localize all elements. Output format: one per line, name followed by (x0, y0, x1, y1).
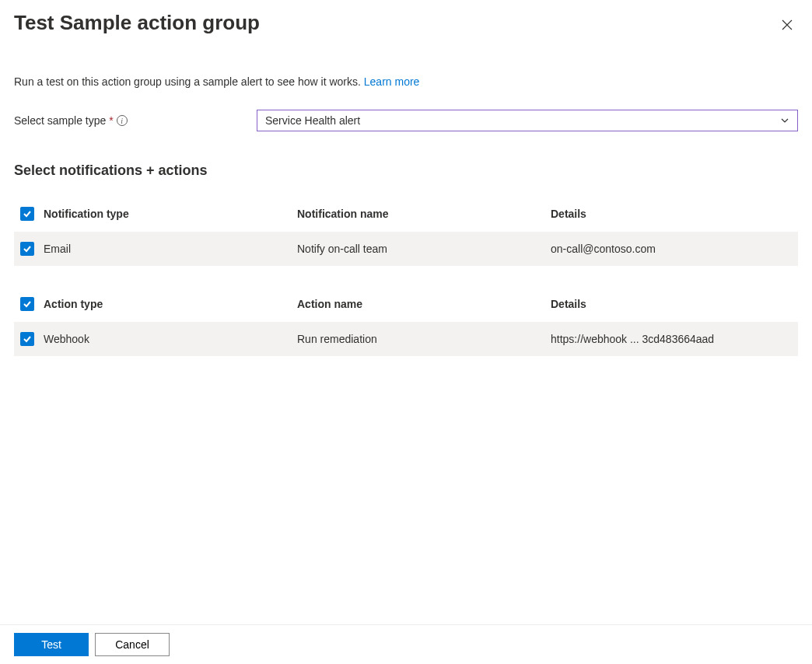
action-name-cell: Run remediation (297, 333, 551, 345)
action-details-cell: https://webhook ... 3cd483664aad (551, 333, 792, 345)
check-icon (23, 299, 32, 309)
learn-more-link[interactable]: Learn more (364, 75, 420, 88)
check-icon (23, 209, 32, 218)
actions-header-name: Action name (297, 298, 551, 310)
description: Run a test on this action group using a … (14, 75, 798, 88)
required-indicator: * (109, 114, 113, 127)
notifications-header-row: Notification type Notification name Deta… (14, 197, 798, 232)
actions-header-type: Action type (44, 298, 297, 310)
notifications-header-name: Notification name (297, 208, 551, 220)
notification-type-cell: Email (44, 243, 297, 255)
cancel-button[interactable]: Cancel (95, 633, 170, 656)
section-title: Select notifications + actions (14, 163, 798, 179)
notification-details-cell: on-call@contoso.com (551, 243, 792, 255)
sample-type-value: Service Health alert (265, 114, 360, 127)
notification-name-cell: Notify on-call team (297, 243, 551, 255)
test-action-group-panel: Test Sample action group Run a test on t… (0, 0, 812, 664)
sample-type-select[interactable]: Service Health alert (257, 110, 798, 131)
table-row: Webhook Run remediation https://webhook … (14, 322, 798, 356)
actions-table: Action type Action name Details Webhook … (14, 288, 798, 356)
notifications-header-type: Notification type (44, 208, 297, 220)
actions-header-details: Details (551, 298, 792, 310)
notifications-header-details: Details (551, 208, 792, 220)
sample-type-field: Select sample type * i Service Health al… (14, 110, 798, 131)
info-icon[interactable]: i (117, 115, 128, 126)
check-icon (23, 244, 32, 253)
panel-header: Test Sample action group (14, 9, 798, 57)
actions-select-all-checkbox[interactable] (20, 297, 34, 311)
sample-type-label: Select sample type * i (14, 114, 257, 127)
check-icon (23, 334, 32, 344)
footer: Test Cancel (0, 624, 812, 664)
notifications-select-all-checkbox[interactable] (20, 207, 34, 221)
table-row: Email Notify on-call team on-call@contos… (14, 232, 798, 266)
notifications-table: Notification type Notification name Deta… (14, 197, 798, 266)
action-type-cell: Webhook (44, 333, 297, 345)
notification-row-checkbox[interactable] (20, 242, 34, 256)
action-row-checkbox[interactable] (20, 332, 34, 346)
close-icon (782, 19, 793, 30)
actions-header-row: Action type Action name Details (14, 288, 798, 322)
close-button[interactable] (776, 14, 798, 36)
chevron-down-icon (780, 116, 789, 125)
page-title: Test Sample action group (14, 11, 260, 35)
description-text: Run a test on this action group using a … (14, 75, 364, 88)
test-button[interactable]: Test (14, 633, 89, 656)
sample-type-label-text: Select sample type (14, 114, 106, 127)
